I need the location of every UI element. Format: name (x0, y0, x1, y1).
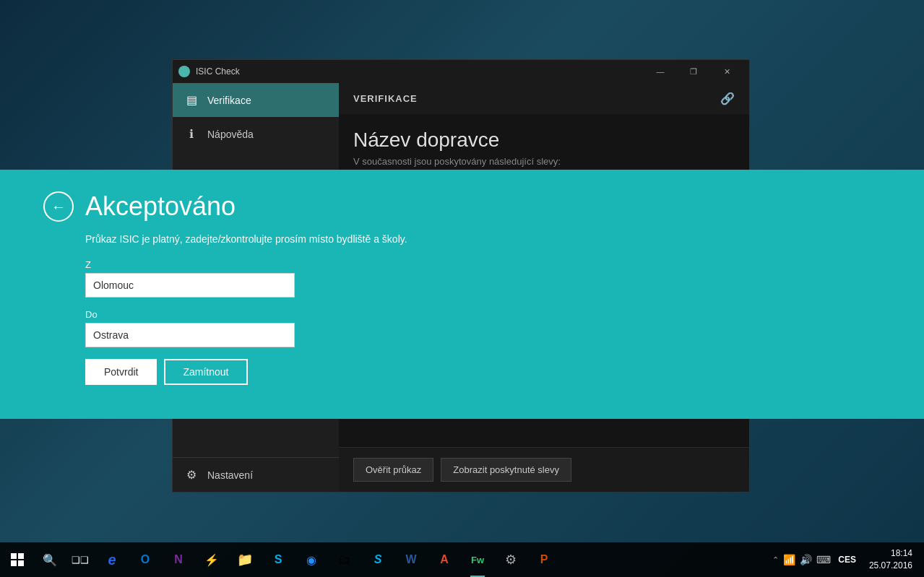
taskbar-apps: e O N ⚡ 📁 S ◉ (95, 542, 772, 577)
zobrazit-button[interactable]: Zobrazit poskytnuté slevy (441, 458, 571, 482)
keyboard-icon: ⌨ (816, 554, 831, 565)
clock[interactable]: 18:14 25.07.2016 (863, 547, 918, 572)
word-icon: W (402, 551, 420, 568)
napoveda-icon: ℹ (184, 127, 199, 141)
taskbar-app-edge[interactable]: e (95, 542, 129, 577)
taskbar-app-acrobat[interactable]: A (428, 542, 461, 577)
taskbar-app-unknown[interactable]: ◉ (295, 542, 328, 577)
explorer-icon: 📁 (236, 551, 254, 568)
sidebar-item-verifikace[interactable]: ▤ Verifikace (173, 83, 339, 117)
search-icon: 🔍 (43, 553, 57, 567)
form-group-z: Z (43, 259, 407, 298)
sidebar-item-label-napoveda: Nápověda (207, 129, 254, 140)
volume-icon[interactable]: 🔊 (800, 554, 812, 565)
svg-rect-3 (18, 560, 24, 566)
dialog-header: ← Akceptováno (43, 191, 407, 222)
carrier-subtitle: V současnosti jsou poskytovány následují… (353, 156, 735, 167)
sidebar-item-nastaveni[interactable]: ⚙ Nastavení (173, 458, 339, 492)
skype-bus-icon: S (269, 551, 287, 568)
taskbar: 🔍 ❑❑ e O N ⚡ 📁 (0, 542, 924, 577)
svg-rect-0 (11, 553, 17, 559)
form-buttons: Potvrdit Zamítnout (43, 359, 407, 385)
svg-rect-2 (11, 560, 17, 566)
network-icon: 📶 (783, 554, 795, 565)
language-indicator[interactable]: CES (834, 555, 860, 565)
taskbar-app-skype[interactable]: S (361, 542, 394, 577)
title-bar: ISIC Check — ❐ ✕ (173, 60, 749, 83)
link-icon: 🔗 (720, 92, 735, 105)
skype-icon: S (369, 551, 387, 568)
section-title: VERIFIKACE (353, 93, 418, 104)
taskbar-app-word[interactable]: W (394, 542, 428, 577)
task-view-icon: ❑❑ (72, 555, 89, 565)
start-button[interactable] (0, 542, 35, 577)
taskbar-app-ppt[interactable]: P (527, 542, 561, 577)
systray: ⌃ 📶 🔊 ⌨ (772, 554, 831, 565)
taskbar-app-vs[interactable]: ⚡ (195, 542, 228, 577)
outlook-icon: O (137, 551, 154, 568)
maximize-button[interactable]: ❐ (677, 60, 710, 83)
file-mgr-icon: 🗂 (336, 551, 353, 568)
minimize-button[interactable]: — (644, 60, 677, 83)
taskbar-app-explorer[interactable]: 📁 (228, 542, 262, 577)
dialog-title: Akceptováno (85, 191, 236, 222)
reject-button[interactable]: Zamítnout (164, 359, 247, 385)
sidebar-item-label-nastaveni: Nastavení (207, 469, 253, 481)
field-do-input[interactable] (85, 323, 295, 347)
taskbar-app-outlook[interactable]: O (129, 542, 162, 577)
ppt-icon: P (535, 551, 553, 568)
taskbar-app-skype-bus[interactable]: S (262, 542, 295, 577)
carrier-name: Název dopravce (353, 129, 735, 152)
form-group-do: Do (43, 309, 407, 347)
field-z-label: Z (85, 259, 407, 270)
back-button[interactable]: ← (43, 191, 74, 222)
taskbar-app-file-mgr[interactable]: 🗂 (328, 542, 361, 577)
dialog-overlay: ← Akceptováno Průkaz ISIC je platný, zad… (0, 170, 924, 419)
systray-chevron[interactable]: ⌃ (772, 555, 779, 565)
desktop: ISIC Check — ❐ ✕ ▤ Verifikace ℹ Nápověda (0, 0, 924, 577)
field-do-label: Do (85, 309, 407, 320)
sidebar-item-napoveda[interactable]: ℹ Nápověda (173, 117, 339, 151)
svg-rect-1 (18, 553, 24, 559)
task-view-button[interactable]: ❑❑ (65, 542, 95, 577)
field-z-input[interactable] (85, 273, 295, 298)
confirm-button[interactable]: Potvrdit (85, 359, 157, 385)
taskbar-app-onenote[interactable]: N (162, 542, 195, 577)
edge-icon: e (103, 551, 121, 568)
settings-taskbar-icon: ⚙ (502, 551, 519, 568)
date-display: 25.07.2016 (869, 560, 912, 572)
dialog-content: ← Akceptováno Průkaz ISIC je platný, zad… (43, 191, 407, 385)
onenote-icon: N (170, 551, 187, 568)
action-bar: Ověřit průkaz Zobrazit poskytnuté slevy (339, 447, 749, 492)
sidebar-item-label-verifikace: Verifikace (207, 95, 251, 106)
overit-button[interactable]: Ověřit průkaz (353, 458, 433, 482)
acrobat-icon: A (436, 551, 453, 568)
close-button[interactable]: ✕ (710, 60, 743, 83)
content-header: VERIFIKACE 🔗 (339, 83, 749, 114)
unknown-icon: ◉ (303, 551, 320, 568)
taskbar-right: ⌃ 📶 🔊 ⌨ CES 18:14 25.07.2016 (772, 547, 924, 572)
fw-icon: Fw (469, 551, 486, 568)
app-title: ISIC Check (196, 66, 644, 77)
app-icon (178, 66, 190, 77)
search-button[interactable]: 🔍 (35, 542, 65, 577)
window-controls: — ❐ ✕ (644, 60, 743, 83)
nastaveni-icon: ⚙ (184, 468, 199, 482)
taskbar-app-settings[interactable]: ⚙ (494, 542, 527, 577)
sidebar-bottom: ⚙ Nastavení (173, 457, 339, 492)
taskbar-app-fw[interactable]: Fw (461, 542, 494, 577)
time-display: 18:14 (869, 547, 912, 560)
vs-icon: ⚡ (203, 551, 220, 568)
dialog-description: Průkaz ISIC je platný, zadejte/zkontrolu… (43, 233, 407, 245)
verifikace-icon: ▤ (184, 93, 199, 107)
